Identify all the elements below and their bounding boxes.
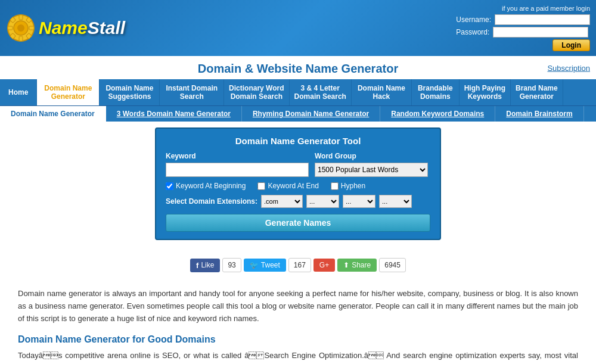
share-label: Share (352, 261, 371, 269)
social-row: f Like 93 🐦 Tweet 167 G+ ⬆ Share 6945 (0, 252, 596, 282)
nav-instant-domain-search[interactable]: Instant DomainSearch (160, 79, 224, 105)
username-row: Username: (456, 14, 590, 25)
logo-name-part2: Stall (88, 18, 125, 38)
sec-nav-rhyming-domain-name-generator[interactable]: Rhyming Domain Name Generator (242, 106, 380, 122)
tool-fields: Keyword Word Group 1500 Popular Last Wor… (166, 152, 430, 177)
hyphen-checkbox-item[interactable]: Hyphen (331, 182, 365, 190)
twitter-tweet-count: 167 (288, 258, 311, 272)
intro-paragraph: Domain name generator is always an impor… (18, 288, 578, 325)
keyword-at-end-checkbox[interactable] (257, 182, 265, 190)
site-title-wrapper: Domain & Website Name Generator Subscrip… (0, 56, 596, 79)
tool-title: Domain Name Generator Tool (166, 136, 430, 146)
word-group-field-group: Word Group 1500 Popular Last Words 1500 … (315, 152, 428, 177)
extensions-row: Select Domain Extensions: .com .net .org… (166, 195, 430, 208)
nav-high-paying-keywords[interactable]: High PayingKeywords (460, 79, 511, 105)
site-title: Domain & Website Name Generator (0, 56, 596, 79)
svg-point-2 (17, 24, 24, 32)
header: NameStall if you are a paid member login… (0, 0, 596, 56)
section-text-1: Todayâs competitive arena online is SE… (18, 351, 578, 364)
svg-rect-5 (8, 26, 13, 30)
keyword-input[interactable] (166, 163, 309, 177)
facebook-like-count: 93 (222, 258, 241, 272)
keyword-at-end-label: Keyword At End (268, 182, 318, 190)
sec-nav-domain-brainstorm[interactable]: Domain Brainstorm (495, 106, 583, 122)
nav-home[interactable]: Home (0, 79, 37, 105)
subscription-link[interactable]: Subscription (547, 63, 590, 72)
login-button[interactable]: Login (552, 39, 590, 51)
sec-nav-random-keyword-domains[interactable]: Random Keyword Domains (380, 106, 495, 122)
share-count: 6945 (379, 258, 406, 272)
facebook-icon: f (196, 261, 198, 270)
hyphen-label: Hyphen (341, 182, 365, 190)
twitter-tweet-label: Tweet (261, 261, 280, 269)
svg-rect-3 (19, 15, 23, 20)
extension-extra1-select[interactable]: ... .net .org (306, 195, 339, 208)
generate-button[interactable]: Generate Names (166, 214, 430, 232)
tool-container: Domain Name Generator Tool Keyword Word … (0, 122, 596, 252)
logo-text: NameStall (39, 18, 125, 38)
sec-nav-domain-name-generator[interactable]: Domain Name Generator (0, 106, 106, 122)
google-plus-button[interactable]: G+ (313, 259, 335, 272)
tool-box: Domain Name Generator Tool Keyword Word … (155, 127, 441, 240)
keyword-at-beginning-checkbox[interactable] (166, 182, 173, 190)
nav-domain-name-suggestions[interactable]: Domain NameSuggestions (100, 79, 160, 105)
facebook-like-button[interactable]: f Like (190, 259, 220, 272)
section-title: Domain Name Generator for Good Domains (18, 334, 578, 345)
if-paid-label: if you are a paid member login (456, 5, 590, 12)
gear-icon (6, 13, 36, 43)
twitter-icon: 🐦 (250, 261, 259, 269)
facebook-like-label: Like (201, 261, 214, 269)
nav-dictionary-word-domain-search[interactable]: Dictionary WordDomain Search (224, 79, 289, 105)
password-row: Password: (456, 27, 590, 38)
keyword-field-group: Keyword (166, 152, 309, 177)
extension-main-select[interactable]: .com .net .org .info .biz (261, 195, 303, 208)
nav-brand-name-generator[interactable]: Brand NameGenerator (511, 79, 563, 105)
logo: NameStall (6, 13, 125, 43)
keyword-label: Keyword (166, 152, 309, 160)
keyword-at-beginning-checkbox-item[interactable]: Keyword At Beginning (166, 182, 246, 190)
word-group-select[interactable]: 1500 Popular Last Words 1500 Popular Fir… (315, 163, 428, 177)
keyword-at-beginning-label: Keyword At Beginning (176, 182, 246, 190)
main-nav: Home Domain NameGenerator Domain NameSug… (0, 79, 596, 105)
word-group-label: Word Group (315, 152, 428, 160)
svg-rect-6 (29, 26, 34, 30)
keyword-at-end-checkbox-item[interactable]: Keyword At End (257, 182, 318, 190)
username-input[interactable] (495, 14, 590, 25)
nav-domain-name-generator[interactable]: Domain NameGenerator (37, 79, 100, 105)
extension-extra3-select[interactable]: ... .net .org (379, 195, 412, 208)
login-area: if you are a paid member login Username:… (456, 5, 590, 51)
share-icon: ⬆ (343, 261, 349, 269)
hyphen-checkbox[interactable] (331, 182, 339, 190)
content-area: Domain name generator is always an impor… (0, 282, 596, 364)
password-label: Password: (456, 28, 489, 36)
checkboxes-row: Keyword At Beginning Keyword At End Hyph… (166, 182, 430, 190)
extension-extra2-select[interactable]: ... .net .org (343, 195, 375, 208)
extensions-label: Select Domain Extensions: (166, 197, 257, 206)
password-input[interactable] (493, 27, 588, 38)
nav-brandable-domains[interactable]: BrandableDomains (412, 79, 460, 105)
share-button[interactable]: ⬆ Share (337, 259, 377, 272)
twitter-tweet-button[interactable]: 🐦 Tweet (244, 259, 286, 272)
nav-domain-name-hack[interactable]: Domain NameHack (352, 79, 412, 105)
nav-3-4-letter-domain-search[interactable]: 3 & 4 LetterDomain Search (290, 79, 352, 105)
sec-nav-3-words-domain-name-generator[interactable]: 3 Words Domain Name Generator (106, 106, 242, 122)
logo-name-part1: Name (39, 18, 88, 38)
username-label: Username: (456, 15, 491, 24)
svg-rect-4 (19, 36, 23, 41)
gplus-label: G+ (319, 261, 329, 269)
secondary-nav: Domain Name Generator 3 Words Domain Nam… (0, 105, 596, 122)
section-paragraph: Todayâs competitive arena online is SE… (18, 350, 578, 364)
